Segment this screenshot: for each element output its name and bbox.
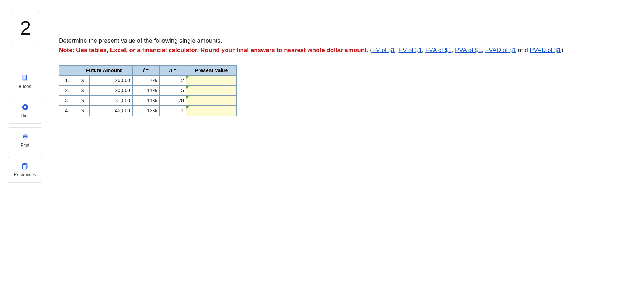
n-value: 12 xyxy=(160,76,186,86)
future-amount: 31,000 xyxy=(90,96,133,106)
pv-input[interactable] xyxy=(186,76,236,85)
currency: $ xyxy=(75,76,90,86)
svg-rect-9 xyxy=(24,137,26,140)
print-button[interactable]: Print xyxy=(8,127,42,153)
question-content: Determine the present value of the follo… xyxy=(59,36,630,116)
row-num: 4. xyxy=(59,106,75,116)
link-pv[interactable]: PV of $1 xyxy=(399,47,422,53)
header-n: n = xyxy=(160,66,186,76)
i-value: 7% xyxy=(133,76,160,86)
question-number-badge: 2 xyxy=(11,11,40,44)
n-value: 15 xyxy=(160,86,186,96)
header-pv: Present Value xyxy=(186,66,237,76)
i-value: 11% xyxy=(133,96,160,106)
svg-rect-0 xyxy=(22,75,26,80)
currency: $ xyxy=(75,96,90,106)
ebook-button[interactable]: eBook xyxy=(8,69,42,94)
and-text: and xyxy=(516,47,530,53)
future-amount: 20,000 xyxy=(90,86,133,96)
pv-cell[interactable] xyxy=(186,86,237,96)
pv-input[interactable] xyxy=(186,96,236,105)
svg-point-6 xyxy=(27,107,28,108)
note-text: Note: Use tables, Excel, or a financial … xyxy=(59,47,368,53)
sep3: , xyxy=(452,47,455,53)
pv-cell[interactable] xyxy=(186,76,237,86)
row-num: 1. xyxy=(59,76,75,86)
references-label: References xyxy=(14,172,36,177)
n-value: 28 xyxy=(160,96,186,106)
link-pvad[interactable]: PVAD of $1 xyxy=(530,47,561,53)
paren-open: ( xyxy=(368,47,372,53)
hint-icon xyxy=(21,103,29,111)
header-blank xyxy=(59,66,75,76)
i-value: 11% xyxy=(133,86,160,96)
hint-label: Hint xyxy=(21,113,29,118)
svg-point-5 xyxy=(22,107,23,108)
references-icon xyxy=(21,162,29,170)
references-button[interactable]: References xyxy=(8,157,42,183)
book-icon xyxy=(21,74,29,82)
future-amount: 26,000 xyxy=(90,76,133,86)
pv-table: Future Amount i = n = Present Value 1. $… xyxy=(59,65,237,116)
sep4: , xyxy=(482,47,485,53)
sidebar: eBook Hint Print References xyxy=(8,69,42,186)
row-num: 2. xyxy=(59,86,75,96)
paren-close: ) xyxy=(561,47,563,53)
svg-rect-11 xyxy=(22,164,26,169)
i-value: 12% xyxy=(133,106,160,116)
sep1: , xyxy=(395,47,398,53)
pv-cell[interactable] xyxy=(186,106,237,116)
table-row: 3. $ 31,000 11% 28 xyxy=(59,96,237,106)
currency: $ xyxy=(75,106,90,116)
n-value: 11 xyxy=(160,106,186,116)
pv-input[interactable] xyxy=(186,106,236,116)
svg-point-4 xyxy=(24,109,26,111)
table-row: 2. $ 20,000 11% 15 xyxy=(59,86,237,96)
link-fvad[interactable]: FVAD of $1 xyxy=(485,47,516,53)
pv-cell[interactable] xyxy=(186,96,237,106)
sep2: , xyxy=(422,47,425,53)
svg-point-3 xyxy=(24,104,26,105)
header-future-amount: Future Amount xyxy=(75,66,133,76)
prompt-line2: Note: Use tables, Excel, or a financial … xyxy=(59,46,630,55)
table-header-row: Future Amount i = n = Present Value xyxy=(59,66,237,76)
future-amount: 46,000 xyxy=(90,106,133,116)
printer-icon xyxy=(21,133,29,141)
link-fv[interactable]: FV of $1 xyxy=(372,47,395,53)
print-label: Print xyxy=(20,143,29,148)
pv-input[interactable] xyxy=(186,86,236,95)
header-i: i = xyxy=(133,66,160,76)
question-number: 2 xyxy=(20,16,31,39)
table-row: 1. $ 26,000 7% 12 xyxy=(59,76,237,86)
svg-rect-8 xyxy=(24,134,26,136)
page: 2 eBook Hint Print References Determine … xyxy=(0,0,644,292)
link-pva[interactable]: PVA of $1 xyxy=(455,47,482,53)
currency: $ xyxy=(75,86,90,96)
svg-point-2 xyxy=(24,106,26,108)
hint-button[interactable]: Hint xyxy=(8,98,42,124)
table-row: 4. $ 46,000 12% 11 xyxy=(59,106,237,116)
row-num: 3. xyxy=(59,96,75,106)
link-fva[interactable]: FVA of $1 xyxy=(425,47,451,53)
ebook-label: eBook xyxy=(19,84,31,89)
prompt-line1: Determine the present value of the follo… xyxy=(59,36,630,46)
